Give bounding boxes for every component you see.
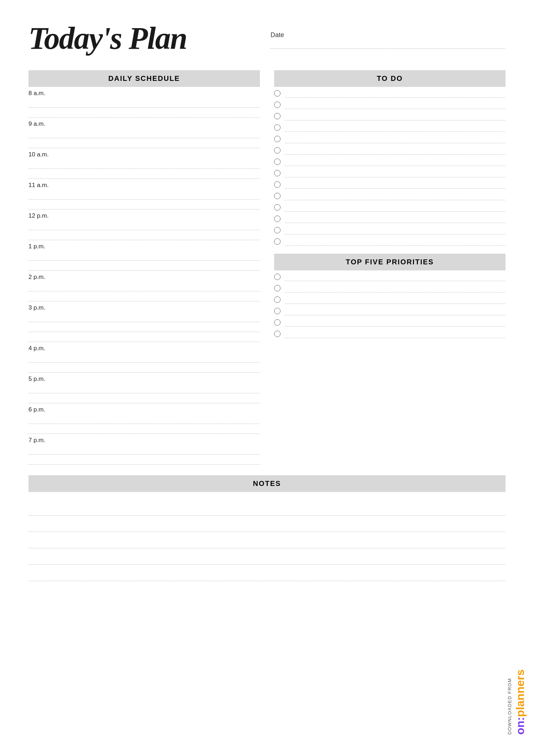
todo-checkbox[interactable] — [274, 204, 281, 211]
schedule-line[interactable] — [28, 220, 260, 230]
schedule-line[interactable] — [28, 108, 260, 118]
note-line[interactable] — [28, 532, 506, 548]
todo-input-line[interactable] — [285, 135, 506, 143]
schedule-line[interactable] — [28, 159, 260, 169]
todo-input-line[interactable] — [285, 146, 506, 155]
todo-column: TO DO — [274, 70, 506, 465]
priority-input-line[interactable] — [285, 330, 506, 338]
todo-item — [274, 201, 506, 212]
schedule-line[interactable] — [28, 190, 260, 200]
todo-checkbox[interactable] — [274, 113, 281, 119]
schedule-line[interactable] — [28, 445, 260, 455]
schedule-line[interactable] — [28, 393, 260, 403]
time-label: 12 p.m. — [28, 209, 260, 220]
time-block-1pm: 1 p.m. — [28, 240, 260, 271]
todo-checkbox[interactable] — [274, 238, 281, 245]
todo-checkbox[interactable] — [274, 193, 281, 199]
priority-input-line[interactable] — [285, 318, 506, 327]
todo-input-line[interactable] — [285, 192, 506, 200]
notes-header: NOTES — [28, 475, 506, 492]
time-block-5pm: 5 p.m. — [28, 373, 260, 403]
watermark: DOWNLOADED FROM on:planners — [507, 669, 527, 735]
priority-input-line[interactable] — [285, 284, 506, 292]
note-line[interactable] — [28, 516, 506, 532]
priority-checkbox[interactable] — [274, 308, 281, 314]
todo-item — [274, 144, 506, 155]
watermark-brand-suffix: planners — [514, 669, 527, 717]
schedule-line[interactable] — [28, 353, 260, 363]
priority-item — [274, 327, 506, 339]
priority-checkbox[interactable] — [274, 285, 281, 291]
schedule-line[interactable] — [28, 363, 260, 373]
todo-input-line[interactable] — [285, 214, 506, 223]
date-input-line[interactable] — [271, 40, 506, 49]
todo-input-line[interactable] — [285, 237, 506, 246]
schedule-line[interactable] — [28, 261, 260, 271]
time-label: 2 p.m. — [28, 271, 260, 281]
todo-input-line[interactable] — [285, 203, 506, 212]
schedule-line[interactable] — [28, 424, 260, 434]
time-block-7pm: 7 p.m. — [28, 434, 260, 465]
todo-input-line[interactable] — [285, 123, 506, 132]
time-label: 6 p.m. — [28, 403, 260, 414]
schedule-line[interactable] — [28, 332, 260, 342]
time-block-10am: 10 a.m. — [28, 148, 260, 179]
todo-checkbox[interactable] — [274, 124, 281, 131]
todo-checkbox[interactable] — [274, 216, 281, 222]
time-label: 8 a.m. — [28, 87, 260, 98]
schedule-line[interactable] — [28, 230, 260, 240]
schedule-line[interactable] — [28, 322, 260, 332]
schedule-line[interactable] — [28, 138, 260, 148]
schedule-line[interactable] — [28, 169, 260, 179]
todo-checkbox[interactable] — [274, 102, 281, 108]
schedule-line[interactable] — [28, 98, 260, 108]
priority-input-line[interactable] — [285, 273, 506, 281]
schedule-line[interactable] — [28, 128, 260, 138]
todo-checkbox[interactable] — [274, 159, 281, 165]
priority-checkbox[interactable] — [274, 331, 281, 337]
todo-input-line[interactable] — [285, 157, 506, 166]
todo-input-line[interactable] — [285, 169, 506, 177]
page: Today's Plan Date DAILY SCHEDULE 8 a.m. … — [0, 0, 534, 756]
todo-checkbox[interactable] — [274, 90, 281, 97]
note-line[interactable] — [28, 565, 506, 581]
todo-item — [274, 167, 506, 178]
time-block-8am: 8 a.m. — [28, 87, 260, 118]
priority-input-line[interactable] — [285, 295, 506, 304]
schedule-line[interactable] — [28, 291, 260, 301]
note-line[interactable] — [28, 548, 506, 565]
schedule-line[interactable] — [28, 383, 260, 393]
todo-item — [274, 224, 506, 235]
todo-input-line[interactable] — [285, 180, 506, 189]
todo-checkbox[interactable] — [274, 136, 281, 142]
schedule-line[interactable] — [28, 312, 260, 322]
priority-checkbox[interactable] — [274, 319, 281, 326]
todo-item — [274, 212, 506, 224]
priority-item — [274, 270, 506, 282]
todo-checkbox[interactable] — [274, 170, 281, 176]
schedule-line[interactable] — [28, 251, 260, 261]
todo-checkbox[interactable] — [274, 181, 281, 188]
note-line[interactable] — [28, 499, 506, 516]
todo-checkbox[interactable] — [274, 227, 281, 233]
time-block-4pm: 4 p.m. — [28, 342, 260, 373]
todo-checkbox[interactable] — [274, 147, 281, 154]
schedule-line[interactable] — [28, 281, 260, 291]
date-label: Date — [271, 31, 506, 39]
schedule-line[interactable] — [28, 200, 260, 209]
todo-input-line[interactable] — [285, 89, 506, 98]
priority-checkbox[interactable] — [274, 296, 281, 303]
watermark-brand-prefix: on: — [514, 717, 527, 735]
watermark-downloaded: DOWNLOADED FROM — [507, 678, 512, 735]
time-block-2pm: 2 p.m. — [28, 271, 260, 301]
schedule-line[interactable] — [28, 455, 260, 465]
todo-item — [274, 133, 506, 144]
date-area: Date — [256, 21, 506, 49]
priority-input-line[interactable] — [285, 307, 506, 315]
todo-input-line[interactable] — [285, 226, 506, 234]
todo-input-line[interactable] — [285, 112, 506, 120]
schedule-line[interactable] — [28, 414, 260, 424]
time-block-9am: 9 a.m. — [28, 118, 260, 148]
priority-checkbox[interactable] — [274, 274, 281, 280]
todo-input-line[interactable] — [285, 100, 506, 109]
